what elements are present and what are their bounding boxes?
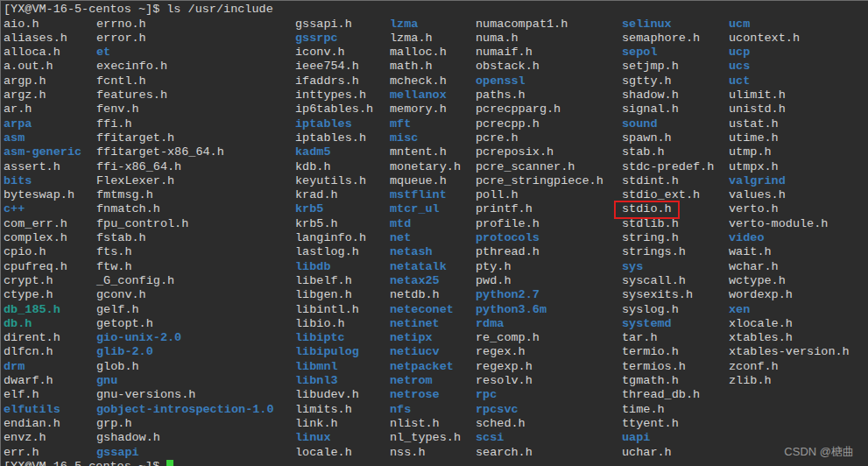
listing-row: libiptc (295, 331, 373, 345)
listing-row: obstack.h (476, 60, 603, 74)
directory-entry: scsi (476, 431, 504, 445)
directory-entry: asm-generic (4, 145, 81, 159)
file-entry: pthread.h (476, 245, 540, 259)
listing-row: krb5 (295, 202, 373, 216)
file-entry: crypt.h (4, 274, 53, 288)
file-entry: ulimit.h (729, 88, 786, 102)
directory-entry: video (729, 231, 765, 245)
file-entry: resolv.h (476, 374, 533, 388)
listing-row: libio.h (295, 317, 373, 331)
file-entry: mcheck.h (390, 74, 447, 88)
directory-entry: c++ (4, 202, 25, 216)
listing-row: argp.h (4, 74, 81, 88)
directory-entry: netrom (390, 374, 433, 388)
directory-entry: drm (4, 360, 25, 374)
file-entry: kdb.h (295, 160, 331, 174)
listing-row: gssrpc (295, 32, 373, 46)
listing-row: gnu (96, 374, 274, 388)
directory-entry: netipx (390, 331, 433, 345)
file-entry: setjmp.h (622, 60, 679, 74)
listing-row: envz.h (4, 431, 81, 445)
file-entry: wordexp.h (729, 288, 793, 302)
file-entry: ffi-x86_64.h (96, 160, 181, 174)
listing-row: pcre.h (476, 131, 603, 145)
listing-row: poll.h (476, 188, 603, 202)
listing-column-2: errno.herror.hetexecinfo.hfcntl.hfeature… (96, 18, 274, 460)
listing-row: elfutils (4, 403, 81, 417)
listing-row: netax25 (390, 274, 461, 288)
listing-row: error.h (96, 32, 274, 46)
listing-row: numacompat1.h (476, 18, 603, 32)
file-entry: complex.h (4, 231, 67, 245)
file-entry: error.h (96, 32, 146, 46)
listing-row: assert.h (4, 160, 81, 174)
directory-entry: neteconet (390, 303, 454, 317)
listing-row: regex.h (476, 345, 603, 359)
listing-row: stdio_ext.h (622, 188, 714, 202)
file-entry-highlighted: stdio.h (622, 202, 672, 216)
file-entry: utmpx.h (729, 160, 779, 174)
directory-entry: gio-unix-2.0 (96, 331, 181, 345)
prompt-line: [YX@VM-16-5-centos ~]$ls /usr/include (4, 3, 273, 17)
listing-row: paths.h (476, 88, 603, 102)
file-entry: com_err.h (4, 217, 67, 231)
listing-row: ucm (729, 18, 850, 32)
listing-row: et (96, 46, 274, 60)
file-entry: features.h (96, 88, 167, 102)
listing-row: math.h (390, 60, 461, 74)
file-entry: dirent.h (4, 331, 60, 345)
file-entry: _G_config.h (96, 274, 174, 288)
listing-row: libudev.h (295, 388, 373, 402)
listing-row: netinet (390, 317, 461, 331)
file-entry: argp.h (4, 74, 46, 88)
file-entry: ar.h (4, 102, 32, 116)
listing-row: python3.6m (476, 303, 603, 317)
file-entry: pcre_stringpiece.h (476, 174, 603, 188)
listing-row: gssapi.h (295, 18, 373, 32)
directory-entry: linux (295, 431, 331, 445)
directory-entry: netpacket (390, 360, 454, 374)
directory-entry: rpc (476, 388, 497, 402)
listing-row: fenv.h (96, 102, 274, 116)
directory-entry: sound (622, 117, 658, 131)
listing-row: netash (390, 245, 461, 259)
terminal-window[interactable]: [YX@VM-16-5-centos ~]$ls /usr/include ai… (0, 0, 868, 466)
directory-entry: mellanox (390, 88, 447, 102)
listing-row: gssapi (96, 446, 274, 460)
directory-entry: uct (729, 74, 750, 88)
directory-entry: misc (390, 131, 418, 145)
file-entry: libio.h (295, 317, 345, 331)
listing-row: nl_types.h (390, 431, 461, 445)
listing-row: spawn.h (622, 131, 714, 145)
listing-row: mcheck.h (390, 74, 461, 88)
file-entry: ctype.h (4, 288, 53, 302)
listing-row: xtables-version.h (729, 345, 850, 359)
listing-row: pty.h (476, 260, 603, 274)
listing-row: netipx (390, 331, 461, 345)
listing-row: tar.h (622, 331, 714, 345)
file-entry: ftw.h (96, 260, 132, 274)
listing-row: string.h (622, 231, 714, 245)
listing-row: zconf.h (729, 360, 850, 374)
file-entry: endian.h (4, 417, 60, 431)
listing-row: bits (4, 174, 81, 188)
listing-row: fnmatch.h (96, 202, 274, 216)
listing-row: c++ (4, 202, 81, 216)
listing-row: systemd (622, 317, 714, 331)
listing-row: strings.h (622, 245, 714, 259)
file-entry: numa.h (476, 32, 519, 46)
directory-entry: netatalk (390, 260, 447, 274)
listing-row: signal.h (622, 102, 714, 116)
listing-row: linux (295, 431, 373, 445)
file-entry: libudev.h (295, 388, 359, 402)
directory-entry: libipulog (295, 345, 359, 359)
listing-row: stdc-predef.h (622, 160, 714, 174)
file-entry: stab.h (622, 145, 665, 159)
file-entry: sysexits.h (622, 288, 693, 302)
listing-column-7: ucmucontext.hucpucsuctulimit.hunistd.hus… (729, 18, 850, 389)
file-entry: libintl.h (295, 303, 359, 317)
directory-entry: nfs (390, 403, 411, 417)
directory-entry: systemd (622, 317, 672, 331)
listing-row: aliases.h (4, 32, 81, 46)
file-entry: pcreposix.h (476, 145, 554, 159)
